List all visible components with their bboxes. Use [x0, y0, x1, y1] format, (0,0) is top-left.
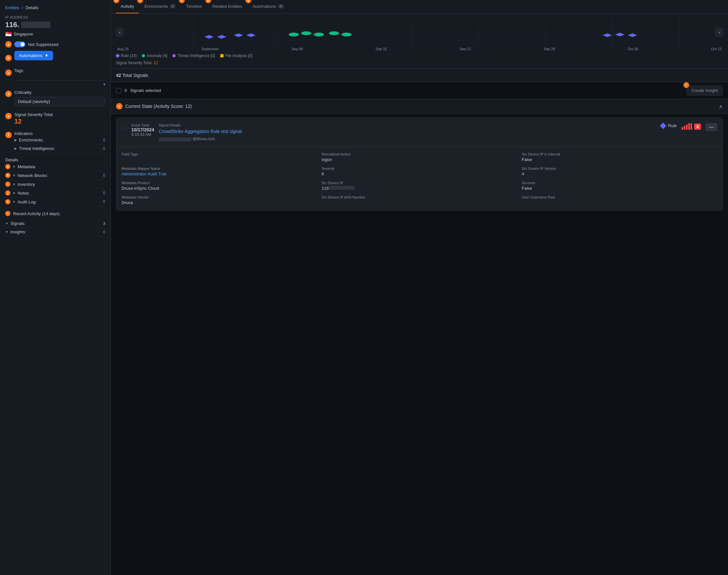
tags-input[interactable] — [14, 73, 105, 81]
tab-activity[interactable]: m Activity — [116, 0, 138, 13]
create-insight-button[interactable]: Create Insight — [687, 86, 723, 96]
tab-activity-label: Activity — [120, 4, 134, 9]
normalized-action-label: Normalized Action — [322, 152, 517, 156]
svg-rect-12 — [217, 35, 226, 38]
signal-severity-chart-value: 12 — [153, 61, 158, 65]
select-all-checkbox[interactable] — [116, 88, 121, 93]
event-time-block: Event Time 10/17/2024 8:33:33 AM — [131, 123, 154, 137]
src-device-ip-internal-group: Src Device IP Is Internal False — [522, 152, 717, 162]
svg-point-18 — [329, 31, 339, 35]
signal-checkbox[interactable] — [122, 124, 127, 129]
sev-bar-2 — [684, 126, 685, 130]
badge-h: h — [5, 173, 10, 178]
criticality-select[interactable]: Default (severity) — [14, 97, 105, 106]
normalized-action-group: Normalized Action logon — [322, 152, 517, 162]
automations-badge: 0 — [278, 4, 284, 8]
signal-email-blur — [159, 138, 191, 141]
tab-automations-label: Automations — [252, 4, 276, 9]
severity-bars — [682, 123, 692, 130]
recent-activity-header: l Recent Activity (14 days) — [5, 211, 105, 216]
tags-label: Tags — [14, 68, 105, 73]
legend-threat-icon — [172, 54, 176, 57]
create-insight-wrapper: r Create Insight — [687, 86, 723, 96]
src-device-ip-asn-group: Src Device IP ASN Number — [322, 195, 517, 205]
legend-anomaly-label: Anomaly [4] — [147, 54, 167, 58]
svg-rect-14 — [246, 33, 255, 37]
metadata-vendor-label: Metadata Vendor — [122, 195, 317, 199]
enrichments-badge: 0 — [170, 4, 176, 8]
badge-g: g — [5, 164, 10, 169]
details-title: Details — [5, 158, 105, 162]
legend-rule: Rule [24] — [116, 54, 137, 58]
chart-dates: Aug 25 September Sep 08 Sep 15 Sep 22 Se… — [116, 47, 723, 51]
automations-button[interactable]: Automations ▼ — [14, 51, 53, 60]
svg-rect-21 — [615, 33, 624, 36]
metadata-row[interactable]: g ▼ Metadata — [5, 162, 105, 171]
inventory-row[interactable]: i ▼ Inventory — [5, 180, 105, 189]
metadata-mapper-label: Metadata Mapper Name — [122, 167, 317, 170]
src-device-ip-label: Src Device IP — [322, 181, 517, 185]
signal-severity-label: Signal Severity Total — [14, 112, 105, 117]
legend-anomaly-icon — [142, 54, 145, 57]
recent-activity-label: Recent Activity (14 days) — [13, 211, 60, 216]
badge-a: a — [5, 41, 12, 47]
src-ip-blur — [329, 186, 355, 190]
tab-related-entities[interactable]: p Related Entities — [208, 0, 247, 13]
chart-prev-button[interactable]: ‹ — [116, 28, 124, 36]
metadata-product-value: Druva inSync Cloud — [122, 186, 317, 191]
network-blocks-chevron: ▼ — [12, 174, 15, 177]
badge-j: j — [5, 190, 10, 196]
tab-automations[interactable]: q Automations 0 — [248, 0, 288, 13]
network-blocks-label: Network Blocks: — [18, 173, 101, 178]
legend-anomaly: Anomaly [4] — [142, 54, 167, 58]
signals-header: 42 Total Signals — [111, 69, 728, 82]
metadata-label: Metadata — [18, 164, 105, 169]
suppressed-label: Not Suppressed — [28, 42, 58, 47]
enrichments-row[interactable]: ▶ Enrichments: 0 — [14, 136, 105, 144]
insights-count: 0 — [103, 230, 105, 234]
suppressed-toggle-wrap: Not Suppressed — [14, 41, 58, 47]
tab-timeline-label: Timeline — [186, 4, 202, 9]
audit-log-row[interactable]: k ▼ Audit Log: 0 — [5, 198, 105, 206]
tab-timeline[interactable]: o Timeline — [181, 0, 207, 13]
current-state-header[interactable]: s Current State (Activity Score: 12) ∧ — [111, 99, 728, 114]
current-state-title: s Current State (Activity Score: 12) — [116, 103, 192, 109]
signals-select-row: 0 Signals selected r Create Insight — [111, 82, 728, 99]
criticality-label: Criticality — [14, 90, 105, 95]
signal-severity-block: 4 — [682, 123, 701, 130]
severity-field-label: Severity — [322, 167, 517, 170]
threat-intel-row[interactable]: ▶ Threat Intelligence: 0 — [14, 144, 105, 153]
tab-enrichments[interactable]: n Enrichments 0 — [140, 0, 180, 13]
signals-row[interactable]: ▼ Signals: 3 — [5, 219, 105, 228]
date-sep15: Sep 15 — [376, 47, 387, 51]
country-name: Singapore — [14, 32, 33, 36]
signal-name[interactable]: CrowdStrike Aggregation Rule test signal — [159, 128, 656, 135]
signal-collapse-button[interactable]: — — [705, 123, 717, 131]
insights-label: Insights: — [10, 230, 101, 234]
insights-row[interactable]: ▼ Insights: 0 — [5, 228, 105, 236]
svg-point-19 — [342, 33, 352, 36]
signals-selected-label: Signals selected — [130, 88, 161, 93]
sev-bar-1 — [682, 127, 683, 130]
notes-row[interactable]: j ▼ Notes: 0 — [5, 189, 105, 198]
svg-rect-20 — [602, 33, 612, 37]
country-flag: 🇸🇬 — [5, 31, 12, 37]
metadata-mapper-value[interactable]: Administrator Audit Trail — [122, 171, 317, 176]
badge-e: e — [5, 113, 12, 119]
metadata-product-group: Metadata Product Druva inSync Cloud — [122, 181, 317, 191]
date-oct13: Oct 13 — [711, 47, 722, 51]
suppressed-toggle[interactable] — [14, 41, 26, 47]
automations-row: b Automations ▼ — [5, 51, 105, 65]
chart-next-button[interactable]: › — [715, 28, 723, 36]
signal-severity-value: 12 — [14, 118, 105, 125]
svg-point-16 — [301, 31, 311, 35]
breadcrumb: Entities > Details — [5, 5, 105, 10]
criticality-row: d Criticality Default (severity) — [5, 90, 105, 109]
badge-r: r — [683, 82, 689, 88]
success-label: Success — [522, 181, 717, 185]
severity-field-value: 6 — [322, 171, 517, 176]
signals-selected-count: 0 — [125, 88, 127, 93]
entities-link[interactable]: Entities — [5, 5, 19, 10]
user-username-raw-group: User Username Raw — [522, 195, 717, 205]
network-blocks-row[interactable]: h ▼ Network Blocks: 0 — [5, 171, 105, 180]
